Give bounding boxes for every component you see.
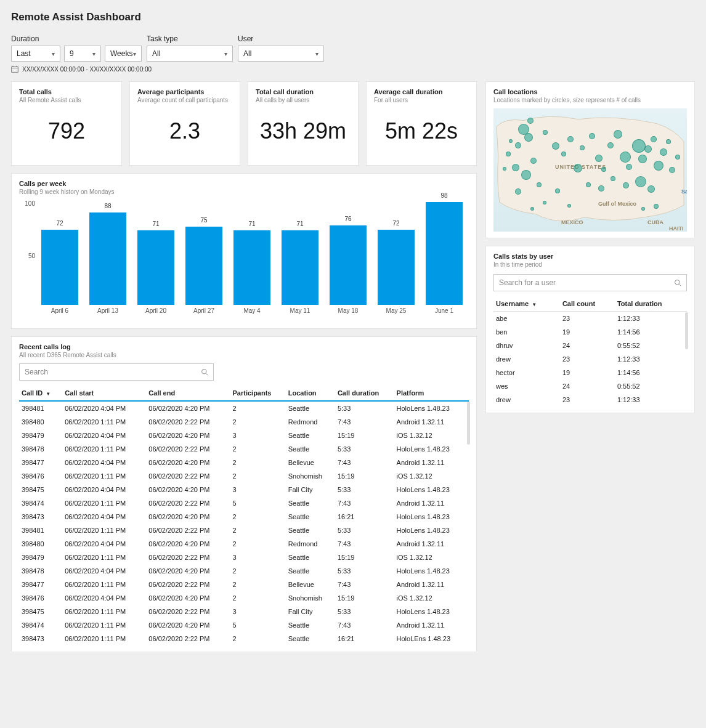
map-bubble[interactable] (647, 185, 655, 193)
map-bubble[interactable] (543, 201, 546, 204)
map-bubble[interactable] (644, 145, 652, 153)
map-bubble[interactable] (574, 164, 582, 172)
task-type-select[interactable]: All ▾ (147, 46, 233, 62)
table-row[interactable]: 39847706/02/2020 4:04 PM06/02/2020 4:20 … (19, 456, 469, 469)
table-row[interactable]: drew231:12:33 (493, 393, 687, 406)
map-bubble[interactable] (601, 167, 606, 172)
map-visualization[interactable]: UNITED STATES Gulf of Mexico MEXICO CUBA… (493, 108, 687, 232)
chart-bar[interactable]: 88 (89, 212, 126, 305)
map-bubble[interactable] (632, 139, 646, 153)
table-row[interactable]: 39847406/02/2020 1:11 PM06/02/2020 2:22 … (19, 496, 469, 510)
map-bubble[interactable] (607, 142, 614, 148)
map-bubble[interactable] (527, 118, 534, 124)
chart-bar[interactable]: 71 (137, 230, 174, 305)
table-row[interactable]: 39847906/02/2020 4:04 PM06/02/2020 4:20 … (19, 429, 469, 442)
map-bubble[interactable] (586, 182, 591, 187)
chart-bar[interactable]: 71 (233, 230, 270, 305)
log-column-header[interactable]: Location (286, 386, 335, 401)
map-bubble[interactable] (521, 170, 531, 180)
map-bubble[interactable] (530, 207, 534, 211)
chart-bar[interactable]: 76 (330, 225, 367, 305)
stats-column-header[interactable]: Username ▼ (493, 296, 560, 312)
map-bubble[interactable] (654, 161, 663, 171)
chart-bar[interactable]: 72 (41, 230, 78, 305)
table-row[interactable]: 39848006/02/2020 4:04 PM06/02/2020 4:20 … (19, 537, 469, 551)
svg-point-4 (202, 370, 207, 374)
stats-column-header[interactable]: Total duration (615, 296, 687, 312)
stats-search-input[interactable]: Search for a user (493, 274, 687, 291)
chart-bar[interactable]: 98 (426, 202, 463, 305)
table-row[interactable]: hector191:14:56 (493, 366, 687, 379)
table-row[interactable]: 39847306/02/2020 4:04 PM06/02/2020 4:20 … (19, 510, 469, 524)
map-bubble[interactable] (580, 145, 585, 150)
table-row[interactable]: 39847406/02/2020 1:11 PM06/02/2020 4:20 … (19, 618, 469, 632)
table-row[interactable]: 39848106/02/2020 1:11 PM06/02/2020 2:22 … (19, 524, 469, 537)
table-row[interactable]: 39847806/02/2020 4:04 PM06/02/2020 4:20 … (19, 564, 469, 578)
map-bubble[interactable] (666, 139, 671, 144)
table-row[interactable]: 39848006/02/2020 1:11 PM06/02/2020 2:22 … (19, 415, 469, 429)
map-bubble[interactable] (635, 176, 646, 187)
duration-unit-select[interactable]: Weeks ▾ (105, 46, 142, 62)
table-row[interactable]: drew231:12:33 (493, 352, 687, 366)
table-row[interactable]: dhruv240:55:52 (493, 339, 687, 352)
map-bubble[interactable] (537, 182, 542, 187)
map-bubble[interactable] (512, 164, 519, 171)
map-bubble[interactable] (543, 130, 548, 135)
table-row[interactable]: 39848106/02/2020 4:04 PM06/02/2020 4:20 … (19, 401, 469, 415)
map-bubble[interactable] (623, 182, 629, 188)
map-bubble[interactable] (503, 167, 506, 171)
table-row[interactable]: 39847306/02/2020 1:11 PM06/02/2020 2:22 … (19, 632, 469, 645)
table-row[interactable]: 39847706/02/2020 1:11 PM06/02/2020 2:22 … (19, 578, 469, 591)
table-row[interactable]: 39847906/02/2020 1:11 PM06/02/2020 2:22 … (19, 551, 469, 564)
table-row[interactable]: abe231:12:33 (493, 312, 687, 326)
map-bubble[interactable] (552, 142, 559, 150)
map-bubble[interactable] (598, 185, 604, 192)
map-bubble[interactable] (651, 136, 657, 142)
map-bubble[interactable] (614, 130, 622, 139)
map-bubble[interactable] (509, 139, 513, 143)
log-column-header[interactable]: Call ID ▼ (19, 386, 62, 401)
map-bubble[interactable] (567, 204, 571, 208)
user-select[interactable]: All ▾ (238, 46, 324, 62)
map-bubble[interactable] (595, 155, 603, 162)
duration-count-select[interactable]: 9 ▾ (64, 46, 101, 62)
chart-bar[interactable]: 75 (185, 227, 222, 305)
map-bubble[interactable] (641, 207, 645, 211)
duration-type-select[interactable]: Last ▾ (11, 46, 60, 62)
map-bubble[interactable] (654, 204, 659, 209)
log-column-header[interactable]: Call duration (335, 386, 394, 401)
table-row[interactable]: 39847606/02/2020 1:11 PM06/02/2020 2:22 … (19, 469, 469, 483)
chart-bar[interactable]: 71 (282, 230, 319, 305)
map-bubble[interactable] (589, 133, 595, 139)
map-bubble[interactable] (567, 136, 574, 142)
map-bubble[interactable] (669, 167, 675, 173)
log-column-header[interactable]: Platform (394, 386, 469, 401)
map-bubble[interactable] (626, 164, 632, 170)
map-bubble[interactable] (506, 152, 511, 156)
stats-scrollbar[interactable] (685, 312, 688, 349)
map-bubble[interactable] (530, 158, 537, 164)
map-bubble[interactable] (620, 152, 631, 163)
table-row[interactable]: 39847506/02/2020 1:11 PM06/02/2020 2:22 … (19, 605, 469, 618)
table-row[interactable]: wes240:55:52 (493, 379, 687, 393)
map-bubble[interactable] (561, 152, 566, 156)
map-bubble[interactable] (515, 188, 521, 195)
chart-bar[interactable]: 72 (378, 230, 415, 305)
map-bubble[interactable] (515, 142, 521, 148)
map-bubble[interactable] (675, 155, 680, 160)
log-search-input[interactable]: Search (19, 363, 214, 381)
table-row[interactable]: 39847506/02/2020 4:04 PM06/02/2020 4:20 … (19, 483, 469, 496)
map-bubble[interactable] (638, 155, 647, 163)
log-scrollbar[interactable] (467, 402, 470, 445)
map-bubble[interactable] (660, 148, 667, 156)
table-row[interactable]: 39847806/02/2020 1:11 PM06/02/2020 2:22 … (19, 442, 469, 456)
log-column-header[interactable]: Call start (62, 386, 146, 401)
map-bubble[interactable] (555, 188, 560, 193)
log-column-header[interactable]: Participants (230, 386, 286, 401)
log-column-header[interactable]: Call end (146, 386, 230, 401)
table-row[interactable]: ben191:14:56 (493, 325, 687, 339)
map-bubble[interactable] (611, 176, 615, 181)
map-bubble[interactable] (518, 124, 529, 135)
stats-column-header[interactable]: Call count (560, 296, 615, 312)
table-row[interactable]: 39847606/02/2020 4:04 PM06/02/2020 4:20 … (19, 591, 469, 605)
